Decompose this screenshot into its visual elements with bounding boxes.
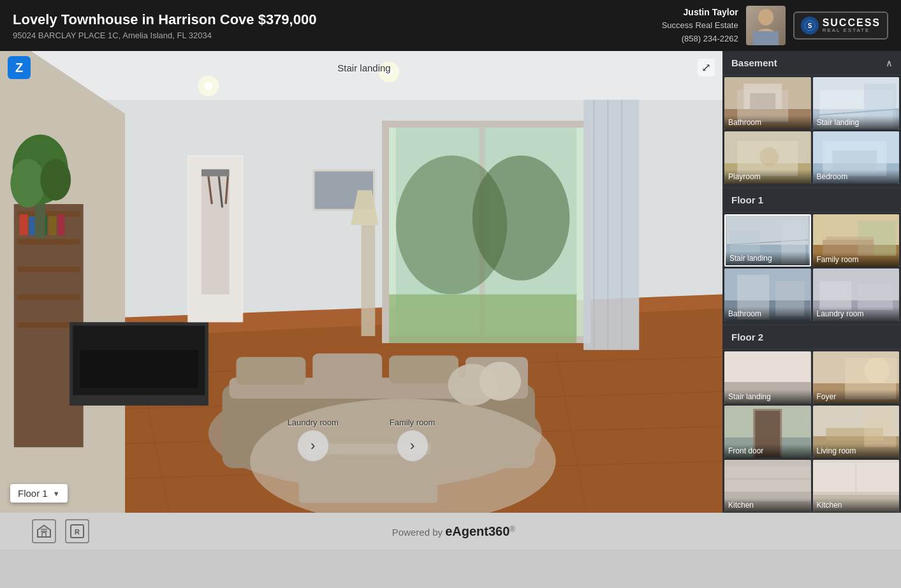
svg-rect-27 — [48, 216, 56, 236]
hotspot-family-circle[interactable]: › — [397, 430, 429, 462]
svg-point-65 — [480, 362, 521, 401]
footer-brand-symbol: ® — [509, 525, 515, 534]
room-thumb-bathroom2[interactable]: Bathroom — [724, 268, 811, 321]
section-floor1-header[interactable]: Floor 1 — [722, 187, 901, 212]
svg-rect-112 — [858, 284, 893, 310]
svg-rect-60 — [236, 357, 305, 385]
agent-photo-svg — [750, 6, 782, 45]
footer-brand-name: eAgent360 — [445, 524, 509, 538]
svg-text:S: S — [807, 22, 812, 29]
room-thumb-livingroom[interactable]: Living room — [813, 406, 900, 458]
hotspot-laundry-circle[interactable]: › — [297, 430, 329, 462]
svg-point-90 — [759, 147, 779, 166]
floor2-grid: Stair landing Foyer — [722, 349, 901, 513]
expand-button[interactable]: ⤢ — [698, 59, 715, 77]
footer-brand: Powered by eAgent360® — [392, 524, 515, 539]
svg-rect-111 — [819, 281, 851, 310]
equal-housing-icon — [32, 519, 56, 543]
room-thumb-frontdoor[interactable]: Front door — [724, 406, 811, 458]
panorama-viewer[interactable]: Z Stair landing ⤢ Laundry room › Family … — [0, 51, 722, 513]
svg-rect-130 — [724, 466, 810, 501]
bathroom1-label: Bathroom — [724, 115, 811, 129]
section-floor1: Floor 1 Stair landing — [722, 187, 901, 325]
room-thumb-stairlanding3[interactable]: Stair landing — [724, 351, 811, 404]
floor1-grid: Stair landing Family room — [722, 212, 901, 325]
panorama-topbar: Z Stair landing ⤢ — [0, 51, 722, 84]
room-thumb-bathroom1[interactable]: Bathroom — [724, 77, 811, 129]
svg-rect-81 — [750, 93, 775, 109]
section-basement-label: Basement — [731, 57, 777, 68]
section-floor2-header[interactable]: Floor 2 — [722, 325, 901, 349]
svg-rect-20 — [17, 239, 80, 244]
header: Lovely Townhouse in Harrison Cove $379,0… — [0, 0, 901, 51]
svg-rect-49 — [201, 170, 230, 177]
zillow-logo: Z — [8, 56, 31, 79]
svg-rect-55 — [362, 225, 376, 336]
expand-icon: ⤢ — [701, 61, 711, 74]
svg-rect-48 — [201, 170, 230, 295]
bathroom2-label: Bathroom — [724, 307, 811, 321]
hotspot-family[interactable]: Family room › — [390, 418, 436, 462]
section-floor1-label: Floor 1 — [731, 195, 763, 205]
svg-point-40 — [472, 156, 570, 281]
stairlanding3-label: Stair landing — [724, 390, 811, 404]
kitchen1-label: Kitchen — [724, 498, 811, 512]
agent-photo — [746, 6, 786, 45]
footer-left-icons: R — [32, 519, 89, 543]
zillow-icon: Z — [15, 61, 23, 75]
panorama-room-name: Stair landing — [337, 62, 390, 73]
room-thumb-familyroom[interactable]: Family room — [813, 214, 900, 267]
svg-rect-62 — [389, 355, 458, 383]
svg-text:R: R — [75, 528, 80, 536]
room-thumb-foyer[interactable]: Foyer — [813, 351, 900, 404]
familyroom-label: Family room — [813, 253, 900, 267]
svg-rect-115 — [724, 351, 810, 382]
hotspot-laundry-label: Laundry room — [288, 418, 339, 427]
kitchen2-label: Kitchen — [813, 498, 900, 512]
svg-rect-127 — [864, 409, 896, 447]
hotspot-laundry[interactable]: Laundry room › — [288, 418, 339, 462]
foyer-label: Foyer — [813, 390, 900, 404]
logo-emblem: S — [804, 20, 816, 31]
svg-rect-2 — [753, 31, 779, 45]
main-container: Z Stair landing ⤢ Laundry room › Family … — [0, 51, 901, 513]
svg-rect-36 — [382, 121, 590, 128]
svg-point-71 — [40, 159, 71, 200]
header-right: Justin Taylor Success Real Estate (858) … — [662, 5, 888, 46]
header-left: Lovely Townhouse in Harrison Cove $379,0… — [13, 11, 316, 40]
stairlanding1-label: Stair landing — [813, 115, 900, 129]
room-thumb-bedroom[interactable]: Bedroom — [813, 131, 900, 184]
section-basement-chevron: ∧ — [886, 58, 892, 68]
section-floor2-label: Floor 2 — [731, 332, 763, 342]
bedroom-label: Bedroom — [813, 170, 900, 184]
svg-rect-41 — [389, 295, 576, 343]
basement-grid: Bathroom Stair landing — [722, 75, 901, 187]
svg-point-0 — [758, 9, 773, 26]
room-thumb-playroom[interactable]: Playroom — [724, 131, 811, 184]
svg-rect-34 — [382, 121, 389, 343]
playroom-label: Playroom — [724, 170, 811, 184]
property-title: Lovely Townhouse in Harrison Cove $379,0… — [13, 11, 316, 28]
floor-selector-arrow: ▼ — [53, 490, 60, 497]
logo-container: S SUCCESS REAL ESTATE — [793, 11, 888, 40]
equal-housing-svg — [36, 524, 52, 539]
footer: R Powered by eAgent360® — [0, 513, 901, 550]
section-floor2: Floor 2 Stair landing — [722, 325, 901, 513]
floor-selector[interactable]: Floor 1 ▼ — [10, 484, 68, 503]
section-basement-header[interactable]: Basement ∧ — [722, 51, 901, 75]
svg-point-70 — [10, 159, 45, 207]
room-thumb-stairlanding1[interactable]: Stair landing — [813, 77, 900, 129]
logo-icon: S SUCCESS REAL ESTATE — [801, 17, 881, 34]
room-thumb-kitchen1[interactable]: Kitchen — [724, 460, 811, 512]
hotspot-family-label: Family room — [390, 418, 436, 427]
agent-info: Justin Taylor Success Real Estate (858) … — [662, 5, 738, 46]
room-thumb-stairlanding2[interactable]: Stair landing — [724, 214, 811, 267]
stairlanding2-label: Stair landing — [726, 251, 810, 265]
svg-rect-42 — [583, 100, 639, 350]
laundryroom-label: Laundry room — [813, 307, 900, 321]
svg-rect-21 — [17, 267, 80, 272]
livingroom-label: Living room — [813, 444, 900, 458]
room-thumb-kitchen2[interactable]: Kitchen — [813, 460, 900, 512]
room-thumb-laundryroom[interactable]: Laundry room — [813, 268, 900, 321]
svg-rect-31 — [80, 350, 198, 388]
